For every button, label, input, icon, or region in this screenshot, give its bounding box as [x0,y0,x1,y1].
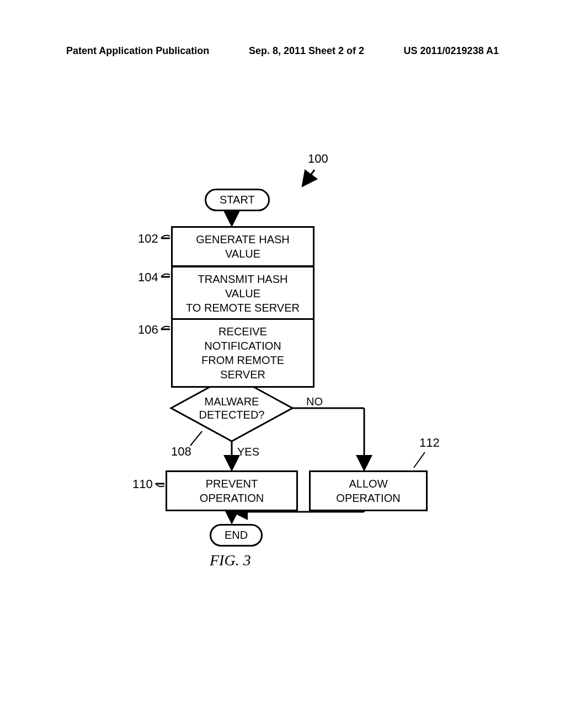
svg-line-1 [303,170,315,185]
step-110: PREVENT OPERATION [166,470,298,511]
decision-malware: MALWARE DETECTED? [177,375,287,441]
edge-no: NO [306,395,323,408]
start-terminator: START [205,189,270,211]
ref-106: 106 [138,323,158,337]
decision-text: MALWARE DETECTED? [199,395,265,421]
flowchart-diagram: 100 START 102 GENERATE HASH VALUE 104 TR… [0,154,565,651]
ref-100: 100 [308,152,328,166]
step-104: TRANSMIT HASH VALUE TO REMOTE SERVER [171,266,315,321]
step-112: ALLOW OPERATION [309,470,428,511]
end-terminator: END [210,524,263,547]
step-102: GENERATE HASH VALUE [171,226,315,267]
header-center: Sep. 8, 2011 Sheet 2 of 2 [249,45,364,57]
ref-102: 102 [138,232,158,246]
ref-104: 104 [138,270,158,285]
header-right: US 2011/0219238 A1 [404,45,499,57]
figure-caption: FIG. 3 [210,552,251,569]
page-header: Patent Application Publication Sep. 8, 2… [0,45,565,57]
svg-line-18 [414,452,425,468]
ref-108: 108 [171,445,191,459]
ref-112: 112 [419,436,440,450]
header-left: Patent Application Publication [66,45,209,57]
ref-110: 110 [132,477,153,491]
edge-yes: YES [237,446,259,458]
